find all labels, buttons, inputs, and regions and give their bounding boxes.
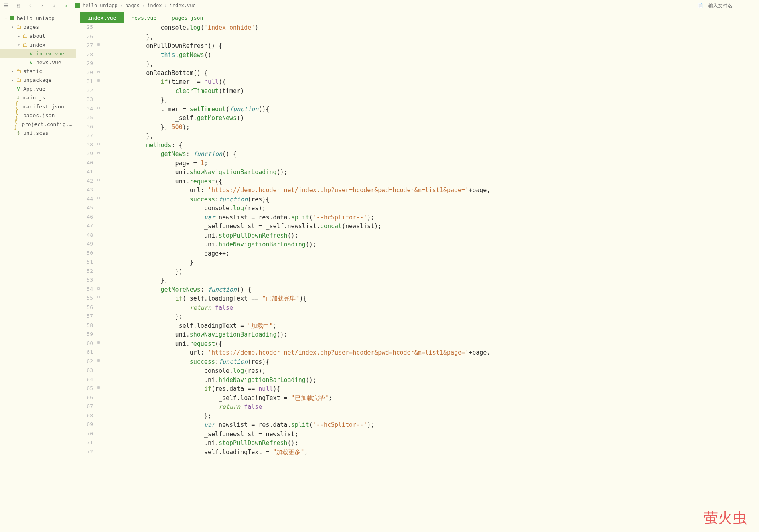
fold-marker[interactable]: ⊟ xyxy=(96,150,101,159)
code-line[interactable]: timer = setTimeout(function(){ xyxy=(103,105,759,114)
run-icon[interactable]: ▷ xyxy=(63,2,70,9)
chevron-icon[interactable]: ▸ xyxy=(10,78,15,82)
code-line[interactable]: }, xyxy=(103,32,759,42)
code-line[interactable]: }, 500); xyxy=(103,123,759,132)
code-line[interactable]: }, xyxy=(103,59,759,69)
code-line[interactable]: url: 'https://demo.hcoder.net/index.php?… xyxy=(103,186,759,195)
fold-marker[interactable]: ⊟ xyxy=(96,195,101,204)
chevron-icon[interactable]: ▾ xyxy=(16,43,22,47)
back-icon[interactable]: ‹ xyxy=(26,2,34,9)
fold-marker[interactable]: ⊟ xyxy=(96,285,101,294)
code-line[interactable]: if(res.data == null){ xyxy=(103,384,759,394)
code-line[interactable]: uni.stopPullDownRefresh(); xyxy=(103,439,759,448)
code-line[interactable]: uni.showNavigationBarLoading(); xyxy=(103,330,759,339)
tree-item-project-config-[interactable]: { }project.config.... xyxy=(0,120,76,128)
code-line[interactable]: success:function(res){ xyxy=(103,195,759,204)
tree-item-about[interactable]: ▸🗀about xyxy=(0,31,76,40)
code-editor[interactable]: 2526272829303132333435363738394041424344… xyxy=(76,23,759,532)
tree-item-static[interactable]: ▸🗀static xyxy=(0,67,76,75)
tree-item-pages[interactable]: ▾🗀pages xyxy=(0,22,76,31)
code-line[interactable]: uni.stopPullDownRefresh(); xyxy=(103,231,759,240)
code-line[interactable]: }, xyxy=(103,132,759,141)
tree-item-pages-json[interactable]: { }pages.json xyxy=(0,111,76,120)
new-file-icon[interactable]: ⎘ xyxy=(14,2,22,9)
chevron-icon[interactable]: ▾ xyxy=(10,25,15,29)
code-line[interactable]: }) xyxy=(103,267,759,276)
tree-item-index-vue[interactable]: Vindex.vue xyxy=(0,49,76,58)
code-line[interactable]: }; xyxy=(103,412,759,421)
code-line[interactable]: _self.loadingText = "加载中"; xyxy=(103,321,759,331)
code-line[interactable]: getNews: function() { xyxy=(103,150,759,159)
code-line[interactable]: url: 'https://demo.hcoder.net/index.php?… xyxy=(103,348,759,357)
search-input[interactable] xyxy=(708,3,757,8)
code-line[interactable]: uni.hideNavigationBarLoading(); xyxy=(103,240,759,249)
code-line[interactable]: return false xyxy=(103,402,759,412)
chevron-icon[interactable]: ▸ xyxy=(10,69,15,73)
code-line[interactable]: }; xyxy=(103,312,759,321)
code-line[interactable]: this.getNews() xyxy=(103,51,759,60)
code-line[interactable]: onPullDownRefresh() { xyxy=(103,41,759,51)
fold-marker[interactable]: ⊟ xyxy=(96,41,101,51)
code-line[interactable]: var newslist = res.data.split('--hcSplit… xyxy=(103,213,759,222)
tree-item-unpackage[interactable]: ▸🗀unpackage xyxy=(0,75,76,84)
line-number: 26 xyxy=(76,32,93,42)
line-number: 56 xyxy=(76,303,93,313)
code-line[interactable]: _self.getMoreNews() xyxy=(103,114,759,123)
tree-item-news-vue[interactable]: Vnews.vue xyxy=(0,58,76,67)
code-line[interactable]: return false xyxy=(103,303,759,313)
code-line[interactable]: uni.request({ xyxy=(103,177,759,186)
code-line[interactable]: console.log(res); xyxy=(103,366,759,376)
tab-pages-json[interactable]: pages.json xyxy=(164,12,211,23)
code-line[interactable]: clearTimeout(timer) xyxy=(103,87,759,96)
code-line[interactable]: } xyxy=(103,258,759,267)
forward-icon[interactable]: › xyxy=(39,2,46,9)
menu-icon[interactable]: ☰ xyxy=(2,2,10,9)
star-icon[interactable]: ☆ xyxy=(51,2,58,9)
code-line[interactable]: }; xyxy=(103,95,759,105)
code-line[interactable]: methods: { xyxy=(103,141,759,150)
fold-marker[interactable]: ⊟ xyxy=(96,177,101,186)
breadcrumb-seg[interactable]: pages xyxy=(125,3,140,8)
code-line[interactable]: self.loadingText = "加载更多"; xyxy=(103,448,759,457)
tree-item-uni-scss[interactable]: §uni.scss xyxy=(0,128,76,137)
fold-marker[interactable]: ⊟ xyxy=(96,357,101,367)
tree-item-manifest-json[interactable]: { }manifest.json xyxy=(0,102,76,111)
code-line[interactable]: console.log(res); xyxy=(103,204,759,213)
code-line[interactable]: console.log('index onhide') xyxy=(103,23,759,32)
tree-item-index[interactable]: ▾🗀index xyxy=(0,40,76,49)
chevron-icon[interactable]: ▾ xyxy=(3,16,9,20)
chevron-icon[interactable]: ▸ xyxy=(16,34,22,38)
code-line[interactable]: uni.showNavigationBarLoading(); xyxy=(103,168,759,177)
fold-marker[interactable]: ⊟ xyxy=(96,294,101,303)
tree-item-App-vue[interactable]: VApp.vue xyxy=(0,84,76,93)
code-line[interactable]: _self.loadingText = "已加载完毕"; xyxy=(103,394,759,403)
code-line[interactable]: getMoreNews: function() { xyxy=(103,285,759,294)
tab-news-vue[interactable]: news.vue xyxy=(124,12,164,23)
breadcrumb-seg[interactable]: index xyxy=(147,3,162,8)
tab-index-vue[interactable]: index.vue xyxy=(80,12,124,23)
fold-marker[interactable]: ⊟ xyxy=(96,69,101,78)
breadcrumb-seg[interactable]: hello uniapp xyxy=(83,3,118,8)
fold-marker[interactable]: ⊟ xyxy=(96,105,101,114)
code-line[interactable]: if(_self.loadingText == "已加载完毕"){ xyxy=(103,294,759,303)
fold-marker[interactable]: ⊟ xyxy=(96,339,101,349)
tree-item-main-js[interactable]: Jmain.js xyxy=(0,93,76,102)
code-line[interactable]: _self.newslist = newslist; xyxy=(103,430,759,439)
fold-marker[interactable]: ⊟ xyxy=(96,141,101,150)
code-line[interactable]: onReachBottom() { xyxy=(103,69,759,78)
code-line[interactable]: success:function(res){ xyxy=(103,357,759,367)
code-line[interactable]: var newslist = res.data.split('--hcSplit… xyxy=(103,420,759,430)
fold-marker[interactable]: ⊟ xyxy=(96,77,101,87)
code-line[interactable]: if(timer != null){ xyxy=(103,77,759,87)
breadcrumb-seg[interactable]: index.vue xyxy=(170,3,196,8)
goto-file-icon[interactable]: 📄 xyxy=(696,2,704,9)
code-line[interactable]: uni.request({ xyxy=(103,339,759,349)
fold-marker[interactable]: ⊟ xyxy=(96,384,101,394)
code-line[interactable]: page++; xyxy=(103,249,759,258)
code-line[interactable]: }, xyxy=(103,276,759,285)
code-line[interactable]: _self.newslist = _self.newslist.concat(n… xyxy=(103,222,759,231)
code-line[interactable]: page = 1; xyxy=(103,159,759,168)
code-content[interactable]: console.log('index onhide') }, onPullDow… xyxy=(101,23,759,532)
tree-item-hello-uniapp[interactable]: ▾hello uniapp xyxy=(0,14,76,22)
code-line[interactable]: uni.hideNavigationBarLoading(); xyxy=(103,376,759,385)
